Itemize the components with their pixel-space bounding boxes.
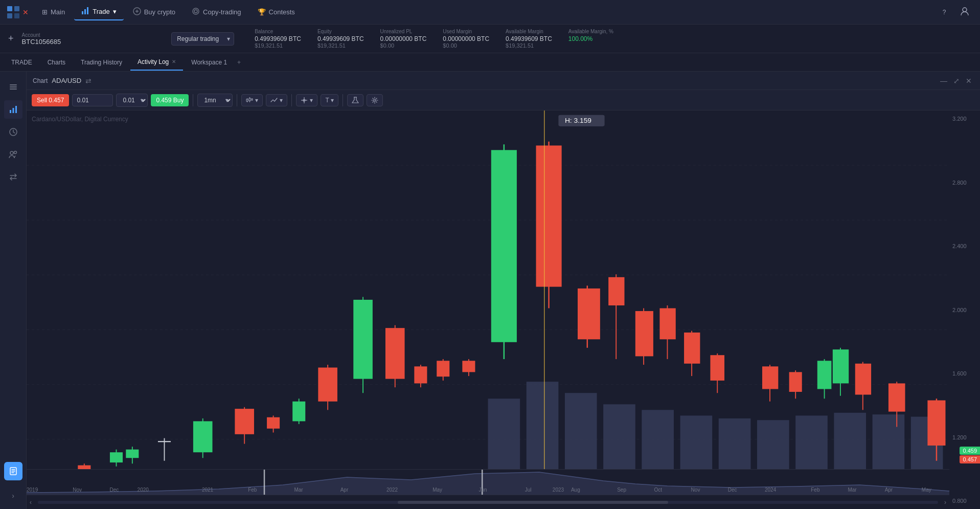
- used-margin-title: Used Margin: [443, 29, 489, 34]
- help-button[interactable]: ?: [935, 3, 953, 21]
- nav-copy-trading[interactable]: Copy-trading: [185, 4, 248, 20]
- balance-item-balance: Balance 0.49939609 BTC $19,321.51: [255, 29, 301, 49]
- tab-trading-history-label: Trading History: [81, 59, 122, 66]
- price-2000: 2.000: [952, 307, 977, 313]
- tab-trade[interactable]: TRADE: [4, 54, 39, 71]
- price-2400: 2.400: [952, 243, 977, 249]
- svg-rect-74: [414, 366, 427, 383]
- tab-charts-label: Charts: [48, 59, 65, 66]
- equity-usd: $19,321.51: [317, 42, 364, 49]
- quantity-input[interactable]: [72, 94, 113, 106]
- scroll-right-button[interactable]: ›: [941, 499, 949, 506]
- time-2024: 2024: [765, 487, 776, 493]
- time-2023: 2023: [553, 487, 564, 493]
- balance-items: Balance 0.49939609 BTC $19,321.51 Equity…: [255, 29, 613, 49]
- settings-button[interactable]: [367, 94, 383, 106]
- account-info: Account BTC1056685: [22, 32, 61, 46]
- chart-type-button[interactable]: ▾: [241, 94, 263, 106]
- equity-title: Equity: [317, 29, 364, 34]
- tab-activity-log-close[interactable]: ✕: [172, 59, 176, 64]
- chart-swap-button[interactable]: ⇄: [85, 77, 92, 85]
- user-button[interactable]: [955, 3, 974, 21]
- svg-rect-4: [82, 11, 83, 14]
- timeframe-select[interactable]: 1mn 5mn 15mn 1h 4h 1D 1W: [197, 94, 233, 107]
- sidebar-item-transfer[interactable]: [4, 168, 22, 186]
- svg-rect-70: [353, 300, 373, 379]
- copy-trading-icon: [192, 7, 200, 17]
- svg-rect-6: [87, 7, 88, 14]
- tab-add-button[interactable]: +: [235, 57, 243, 68]
- svg-rect-49: [873, 414, 905, 478]
- unrealized-usd: $0.00: [380, 42, 427, 49]
- tab-workspace-1-label: Workspace 1: [191, 59, 227, 66]
- time-may2024: May: [922, 487, 931, 493]
- svg-rect-92: [684, 333, 700, 364]
- qty-unit-select[interactable]: 0.01: [116, 94, 148, 107]
- balance-item-equity: Equity 0.49939609 BTC $19,321.51: [317, 29, 364, 49]
- nav-main[interactable]: ⊞ Main: [35, 5, 72, 19]
- trading-mode-selector[interactable]: Regular trading Demo trading: [171, 32, 234, 46]
- chart-pair-label[interactable]: ADA/USD: [52, 77, 81, 84]
- buy-button[interactable]: 0.459 Buy: [151, 94, 189, 106]
- chart-canvas: Cardano/USDollar, Digital Currency: [27, 110, 980, 509]
- svg-rect-44: [680, 415, 713, 477]
- chart-maximize-button[interactable]: ⤢: [951, 75, 962, 87]
- time-2022a: 2022: [386, 487, 398, 493]
- nav-contests[interactable]: 🏆 Contests: [250, 5, 302, 19]
- chart-area: Chart ADA/USD ⇄ — ⤢ ✕ Sell 0.457 0.01 0.…: [27, 72, 980, 509]
- top-nav: ✕ ⊞ Main Trade ▾ Buy crypto: [0, 0, 980, 25]
- tab-activity-log[interactable]: Activity Log ✕: [130, 54, 183, 71]
- chart-close-button[interactable]: ✕: [964, 75, 974, 87]
- svg-rect-27: [252, 99, 253, 100]
- sidebar-item-clock[interactable]: [4, 123, 22, 141]
- crosshair-button[interactable]: ▾: [296, 94, 317, 106]
- logo-x: ✕: [22, 8, 29, 16]
- svg-rect-80: [491, 150, 517, 342]
- svg-rect-47: [795, 415, 828, 477]
- tab-workspace-1[interactable]: Workspace 1: [184, 54, 234, 71]
- svg-rect-62: [235, 409, 254, 434]
- nav-buy-crypto[interactable]: Buy crypto: [126, 4, 183, 20]
- tab-trading-history[interactable]: Trading History: [74, 54, 129, 71]
- svg-point-32: [374, 99, 376, 101]
- sidebar-item-chart[interactable]: [4, 100, 22, 119]
- scroll-track[interactable]: [38, 501, 938, 504]
- balance-title: Balance: [255, 29, 301, 34]
- time-2019: 2019: [27, 487, 38, 493]
- svg-rect-48: [834, 413, 866, 478]
- tab-charts[interactable]: Charts: [40, 54, 73, 71]
- svg-rect-90: [659, 308, 675, 340]
- time-feb: Feb: [248, 487, 257, 493]
- sidebar-item-activity[interactable]: [4, 462, 22, 480]
- svg-rect-108: [927, 401, 945, 446]
- svg-rect-64: [267, 417, 280, 429]
- indicators-button[interactable]: ▾: [266, 94, 287, 106]
- add-account-button[interactable]: +: [8, 33, 14, 44]
- sidebar-item-layers[interactable]: [4, 78, 22, 96]
- trading-mode-select[interactable]: Regular trading Demo trading: [171, 32, 234, 46]
- scroll-thumb[interactable]: [398, 501, 668, 504]
- sell-button[interactable]: Sell 0.457: [32, 94, 69, 106]
- scroll-left-button[interactable]: ‹: [27, 499, 35, 506]
- buy-crypto-icon: [133, 7, 141, 17]
- text-button[interactable]: T ▾: [321, 94, 338, 106]
- chart-minimize-button[interactable]: —: [938, 75, 949, 87]
- flask-button[interactable]: [347, 94, 363, 106]
- nav-trade[interactable]: Trade ▾: [74, 4, 123, 20]
- trade-icon: [81, 7, 89, 16]
- chart-toolbar: Sell 0.457 0.01 0.459 Buy 1mn 5mn 15mn 1…: [27, 90, 980, 110]
- equity-btc: 0.49939609 BTC: [317, 35, 364, 42]
- sidebar-item-users[interactable]: [4, 145, 22, 164]
- buy-label: Buy: [171, 97, 184, 104]
- sidebar-expand-button[interactable]: ›: [9, 489, 17, 503]
- time-apr2024: Apr: [885, 487, 893, 493]
- svg-rect-82: [536, 145, 562, 286]
- tab-activity-log-label: Activity Log: [138, 58, 169, 65]
- chart-title-label: Chart: [33, 77, 48, 84]
- svg-rect-54: [110, 452, 123, 462]
- sell-price-right-label: 0.457: [960, 455, 980, 463]
- time-sep: Sep: [617, 487, 626, 493]
- svg-rect-24: [249, 98, 250, 101]
- svg-point-10: [963, 8, 967, 12]
- svg-rect-16: [15, 106, 17, 113]
